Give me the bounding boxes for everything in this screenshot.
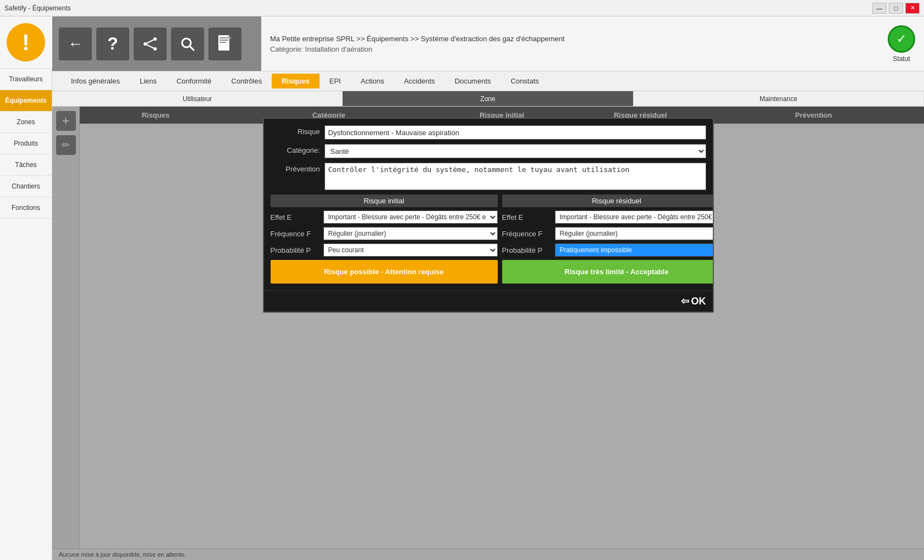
initial-risk-result: Risque possible - Attention requise	[271, 260, 498, 284]
header: ← ?	[52, 16, 924, 71]
tab-infos[interactable]: Infos générales	[61, 74, 130, 88]
tab-constats[interactable]: Constats	[501, 74, 549, 88]
app-body: ! Travailleurs Équipements Zones Produit…	[0, 16, 924, 560]
svg-marker-11	[228, 35, 232, 38]
initial-effet-field: Effet E Important - Blessure avec perte …	[271, 210, 498, 224]
sidebar-item-zones[interactable]: Zones	[0, 112, 52, 133]
prevention-field: Prévention Contrôler l'intégrité du syst…	[271, 163, 706, 190]
initial-probabilite-select[interactable]: Peu courant	[323, 243, 498, 257]
main-content: ← ?	[52, 16, 924, 560]
header-info: Ma Petite entreprise SPRL >> Équipements…	[261, 16, 879, 71]
titlebar-controls: — □ ✕	[872, 3, 920, 14]
svg-rect-9	[219, 40, 228, 41]
tab-conformite[interactable]: Conformité	[167, 74, 222, 88]
tab-documents[interactable]: Documents	[445, 74, 501, 88]
residuel-effet-field: Effet E Important - Blessure avec perte …	[502, 210, 714, 224]
modal-body: Risque Catégorie: Santé Prévent	[264, 119, 713, 290]
residuel-risk-result: Risque très limité - Acceptable	[502, 260, 714, 284]
prevention-label: Prévention	[271, 163, 320, 173]
risque-residuel-title: Risque résiduel	[502, 195, 714, 207]
risque-initial-title: Risque initial	[271, 195, 498, 207]
statut-label: Statut	[893, 55, 910, 63]
statut-button[interactable]: ✓ Statut	[888, 25, 915, 63]
header-toolbar: ← ?	[52, 16, 261, 71]
subtab-utilisateur[interactable]: Utilisateur	[52, 91, 343, 106]
close-button[interactable]: ✕	[905, 3, 920, 14]
content-area: + ✏ Risques Catégorie Risque initial Ris…	[52, 107, 924, 560]
initial-effet-select[interactable]: Important - Blessure avec perte - Dégâts…	[323, 210, 498, 224]
ok-arrow-icon: ⇦	[681, 295, 689, 307]
modal-footer: ⇦ OK	[264, 290, 713, 312]
titlebar-title: Safetify - Équipements	[4, 4, 71, 12]
svg-rect-8	[219, 37, 228, 38]
header-right: ✓ Statut	[879, 16, 924, 71]
risque-label: Risque	[271, 125, 320, 136]
sidebar-item-travailleurs[interactable]: Travailleurs	[0, 69, 52, 90]
share-button[interactable]	[134, 27, 167, 60]
risk-sections: Risque initial Effet E Important - Bless…	[271, 195, 706, 284]
residuel-frequence-field: Fréquence F Régulier (journalier)	[502, 227, 714, 240]
tab-controles[interactable]: Contrôles	[222, 74, 272, 88]
category-label: Catégorie: Installation d'aération	[270, 45, 870, 53]
tab-actions[interactable]: Actions	[351, 74, 394, 88]
sidebar: ! Travailleurs Équipements Zones Produit…	[0, 16, 52, 560]
initial-probabilite-label: Probabilité P	[271, 246, 320, 254]
titlebar: Safetify - Équipements — □ ✕	[0, 0, 924, 16]
sidebar-item-fonctions[interactable]: Fonctions	[0, 197, 52, 219]
tabs-row: Infos générales Liens Conformité Contrôl…	[52, 71, 924, 91]
breadcrumb: Ma Petite entreprise SPRL >> Équipements…	[270, 35, 870, 43]
sidebar-logo: !	[0, 16, 52, 69]
sidebar-nav: Travailleurs Équipements Zones Produits …	[0, 69, 52, 560]
tab-accidents[interactable]: Accidents	[394, 74, 444, 88]
initial-effet-label: Effet E	[271, 213, 320, 221]
help-button[interactable]: ?	[96, 27, 129, 60]
ok-label: OK	[691, 296, 706, 307]
residuel-probabilite-field: Probabilité P Pratiquement impossible	[502, 243, 714, 257]
maximize-button[interactable]: □	[889, 3, 903, 14]
residuel-effet-label: Effet E	[502, 213, 552, 221]
residuel-probabilite-label: Probabilité P	[502, 246, 552, 254]
categorie-label: Catégorie:	[271, 144, 320, 154]
sidebar-item-taches[interactable]: Tâches	[0, 154, 52, 176]
categorie-field: Catégorie: Santé	[271, 144, 706, 158]
residuel-effet-select[interactable]: Important - Blessure avec perte - Dégâts…	[555, 210, 714, 224]
modal-overlay: Risque Catégorie: Santé Prévent	[52, 107, 924, 560]
minimize-button[interactable]: —	[872, 3, 887, 14]
initial-frequence-field: Fréquence F Régulier (journalier)	[271, 227, 498, 240]
risque-field: Risque	[271, 125, 706, 140]
subtab-maintenance[interactable]: Maintenance	[634, 91, 924, 106]
doc-button[interactable]	[208, 27, 241, 60]
categorie-select[interactable]: Santé	[324, 144, 706, 158]
subtab-zone[interactable]: Zone	[343, 91, 633, 106]
prevention-textarea[interactable]: Contrôler l'intégrité du système, notamm…	[324, 163, 706, 190]
svg-rect-10	[219, 42, 226, 43]
subtabs-row: Utilisateur Zone Maintenance	[52, 91, 924, 107]
tab-liens[interactable]: Liens	[130, 74, 167, 88]
sidebar-item-produits[interactable]: Produits	[0, 133, 52, 154]
residuel-frequence-select[interactable]: Régulier (journalier)	[555, 227, 714, 240]
logo-icon: !	[7, 23, 45, 62]
tab-risques[interactable]: Risques	[272, 74, 320, 88]
sidebar-item-equipements[interactable]: Équipements	[0, 90, 52, 112]
residuel-frequence-label: Fréquence F	[502, 230, 552, 238]
initial-frequence-select[interactable]: Régulier (journalier)	[323, 227, 498, 240]
statut-icon: ✓	[888, 25, 915, 53]
modal-dialog: Risque Catégorie: Santé Prévent	[263, 118, 714, 313]
sidebar-item-chantiers[interactable]: Chantiers	[0, 176, 52, 197]
ok-button[interactable]: ⇦ OK	[681, 295, 706, 307]
svg-line-4	[145, 44, 155, 49]
svg-line-3	[145, 39, 155, 44]
initial-probabilite-field: Probabilité P Peu courant	[271, 243, 498, 257]
search-button[interactable]	[171, 27, 204, 60]
initial-frequence-label: Fréquence F	[271, 230, 320, 238]
risque-input[interactable]	[324, 125, 706, 140]
risque-residuel-section: Risque résiduel Effet E Important - Bles…	[502, 195, 714, 284]
tab-epi[interactable]: EPI	[320, 74, 351, 88]
residuel-probabilite-select[interactable]: Pratiquement impossible	[555, 243, 714, 257]
svg-point-5	[182, 38, 191, 47]
back-button[interactable]: ←	[59, 27, 92, 60]
risque-initial-section: Risque initial Effet E Important - Bless…	[271, 195, 498, 284]
svg-line-6	[190, 46, 194, 51]
